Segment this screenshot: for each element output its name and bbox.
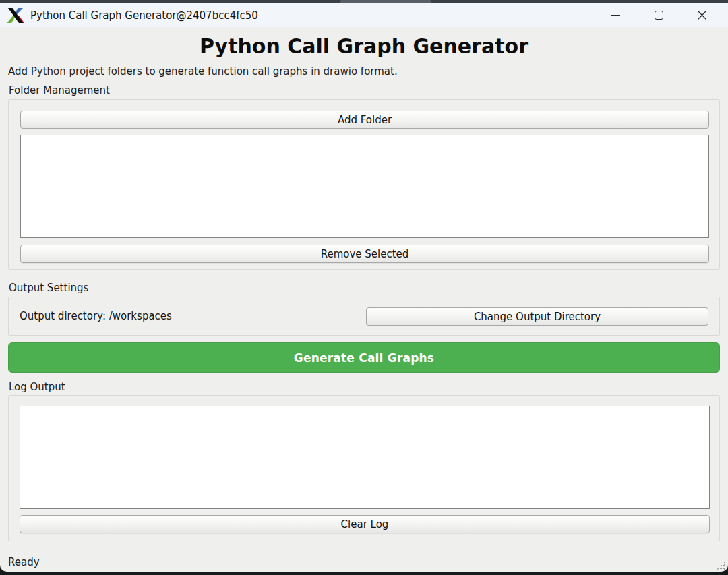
log-output-label: Log Output <box>9 381 65 393</box>
remove-selected-button[interactable]: Remove Selected <box>20 245 709 263</box>
output-settings-group: Output directory: /workspaces Change Out… <box>8 297 720 336</box>
main-content: Python Call Graph Generator Add Python p… <box>0 27 728 572</box>
folder-management-label: Folder Management <box>9 84 110 96</box>
titlebar[interactable]: Python Call Graph Generator@2407bcc4fc50 <box>0 3 728 27</box>
window-title: Python Call Graph Generator@2407bcc4fc50 <box>30 9 258 22</box>
page-title: Python Call Graph Generator <box>0 34 728 58</box>
folder-listbox[interactable] <box>20 135 709 238</box>
generate-call-graphs-button[interactable]: Generate Call Graphs <box>8 342 720 373</box>
app-window: Python Call Graph Generator@2407bcc4fc50… <box>0 3 728 572</box>
change-output-directory-button[interactable]: Change Output Directory <box>366 307 708 326</box>
add-folder-button[interactable]: Add Folder <box>20 111 709 129</box>
resize-grip-icon[interactable] <box>716 560 726 570</box>
page-subtitle: Add Python project folders to generate f… <box>8 65 398 78</box>
maximize-button[interactable] <box>643 3 674 27</box>
output-settings-label: Output Settings <box>9 282 88 294</box>
log-textarea[interactable] <box>20 406 710 509</box>
window-controls <box>600 3 717 27</box>
minimize-button[interactable] <box>600 3 631 27</box>
folder-management-group: Add Folder Remove Selected <box>8 99 720 270</box>
clear-log-button[interactable]: Clear Log <box>20 515 710 533</box>
maximize-icon <box>655 11 663 20</box>
output-directory-text: Output directory: /workspaces <box>20 310 172 322</box>
close-button[interactable] <box>686 3 717 27</box>
status-bar: Ready <box>8 556 40 568</box>
minimize-icon <box>611 15 620 16</box>
log-output-group: Clear Log <box>8 395 720 541</box>
close-icon <box>697 10 707 20</box>
xorg-logo-icon <box>7 7 24 24</box>
